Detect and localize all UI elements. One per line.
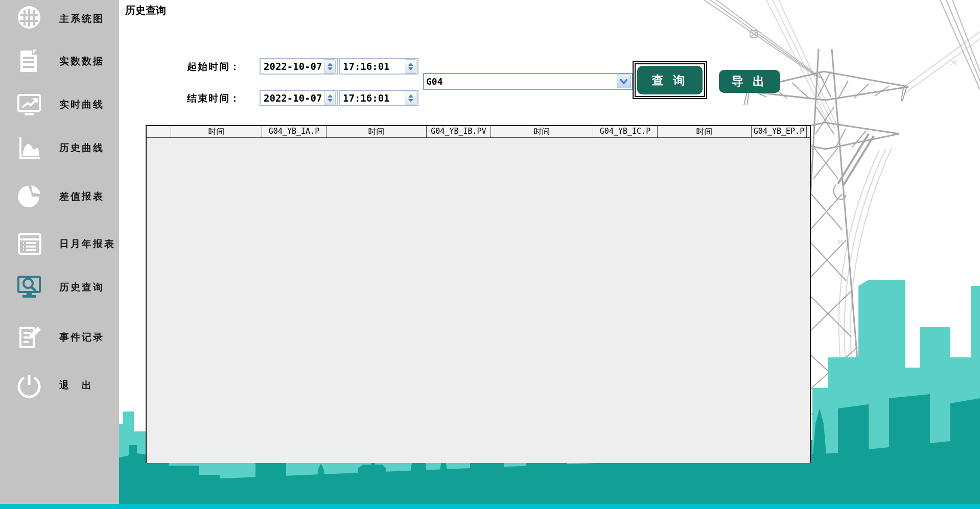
sidebar-item-label: 差值报表 bbox=[59, 190, 104, 203]
sidebar-item-label: 历史查询 bbox=[59, 281, 104, 294]
sidebar-item-label: 事件记录 bbox=[59, 331, 104, 344]
sidebar-item-history-curve[interactable]: 历史曲线 bbox=[0, 131, 119, 165]
column-header-time[interactable]: 时间 bbox=[326, 126, 427, 138]
sidebar-item-label: 主系统图 bbox=[59, 12, 104, 26]
end-time-spinner[interactable] bbox=[405, 91, 416, 105]
column-header-time[interactable]: 时间 bbox=[658, 126, 752, 138]
main-content: 历史查询 起始时间： 结束时间： 2022-10-07 17:16:01 202… bbox=[119, 0, 980, 509]
page-title: 历史查询 bbox=[125, 4, 166, 17]
sidebar-item-power[interactable]: 退 出 bbox=[0, 369, 119, 402]
sidebar-item-label: 退 出 bbox=[59, 379, 93, 392]
spin-up-icon[interactable] bbox=[328, 63, 333, 66]
start-date-field[interactable]: 2022-10-07 bbox=[260, 58, 338, 75]
spin-up-icon[interactable] bbox=[328, 94, 333, 98]
column-header-tag[interactable]: G04_YB_IA.P bbox=[262, 126, 326, 138]
sidebar: 主系统图实数数据实时曲线历史曲线差值报表日月年报表历史查询事件记录退 出 bbox=[0, 0, 119, 504]
history-query-icon bbox=[13, 272, 45, 303]
start-date-value[interactable]: 2022-10-07 bbox=[261, 61, 324, 72]
sidebar-item-realtime-data[interactable]: 实数数据 bbox=[0, 44, 119, 78]
sidebar-item-difference-report[interactable]: 差值报表 bbox=[0, 180, 119, 213]
column-header-time[interactable]: 时间 bbox=[171, 126, 262, 138]
history-curve-icon bbox=[13, 132, 45, 164]
start-date-spinner[interactable] bbox=[324, 59, 336, 74]
sidebar-item-label: 历史曲线 bbox=[59, 141, 104, 155]
spin-down-icon[interactable] bbox=[408, 67, 413, 70]
column-header-tag[interactable]: G04_YB_IC.P bbox=[593, 126, 658, 138]
column-header-index[interactable] bbox=[147, 126, 171, 138]
column-header-tag[interactable]: G04_YB_IB.PV bbox=[427, 126, 491, 138]
end-date-spinner[interactable] bbox=[324, 91, 336, 105]
column-header-time[interactable]: 时间 bbox=[491, 126, 593, 138]
spin-up-icon[interactable] bbox=[408, 63, 413, 66]
dropdown-button[interactable] bbox=[617, 75, 631, 88]
spin-down-icon[interactable] bbox=[328, 67, 333, 70]
query-button-focus-frame: 查 询 bbox=[633, 61, 707, 99]
spin-down-icon[interactable] bbox=[408, 99, 413, 102]
chevron-down-icon bbox=[620, 79, 627, 84]
sidebar-item-history-query[interactable]: 历史查询 bbox=[0, 271, 119, 304]
table-body[interactable] bbox=[147, 138, 810, 463]
event-log-icon bbox=[13, 322, 45, 353]
history-results-table: 时间G04_YB_IA.P时间G04_YB_IB.PV时间G04_YB_IC.P… bbox=[146, 125, 811, 463]
start-time-field[interactable]: 17:16:01 bbox=[339, 58, 418, 75]
realtime-data-icon bbox=[13, 45, 45, 77]
realtime-curve-icon bbox=[13, 89, 45, 120]
sidebar-item-realtime-curve[interactable]: 实时曲线 bbox=[0, 88, 119, 122]
power-icon bbox=[13, 370, 45, 401]
end-time-value[interactable]: 17:16:01 bbox=[340, 92, 405, 104]
tag-group-selected: G04 bbox=[424, 76, 617, 87]
sidebar-item-label: 实数数据 bbox=[59, 55, 104, 68]
end-time-field[interactable]: 17:16:01 bbox=[339, 90, 418, 106]
sidebar-item-label: 日月年报表 bbox=[59, 237, 115, 251]
difference-report-icon bbox=[13, 181, 45, 212]
start-time-spinner[interactable] bbox=[405, 59, 416, 74]
query-button[interactable]: 查 询 bbox=[637, 66, 703, 94]
main-diagram-icon bbox=[13, 3, 45, 35]
table-header-row: 时间G04_YB_IA.P时间G04_YB_IB.PV时间G04_YB_IC.P… bbox=[147, 126, 810, 138]
spin-up-icon[interactable] bbox=[408, 94, 413, 98]
sidebar-item-label: 实时曲线 bbox=[59, 98, 104, 111]
end-date-value[interactable]: 2022-10-07 bbox=[261, 92, 324, 104]
end-date-field[interactable]: 2022-10-07 bbox=[260, 90, 338, 106]
tag-group-dropdown[interactable]: G04 bbox=[423, 73, 633, 90]
sidebar-item-periodic-report[interactable]: 日月年报表 bbox=[0, 227, 119, 261]
start-time-value[interactable]: 17:16:01 bbox=[340, 61, 405, 72]
sidebar-item-event-log[interactable]: 事件记录 bbox=[0, 321, 119, 354]
spin-down-icon[interactable] bbox=[328, 99, 333, 102]
end-time-label: 结束时间： bbox=[187, 92, 241, 105]
sidebar-item-main-diagram[interactable]: 主系统图 bbox=[0, 2, 119, 36]
export-button[interactable]: 导 出 bbox=[719, 70, 780, 93]
start-time-label: 起始时间： bbox=[187, 60, 241, 74]
column-header-filler bbox=[807, 126, 810, 138]
periodic-report-icon bbox=[13, 228, 45, 260]
column-header-tag[interactable]: G04_YB_EP.P bbox=[752, 126, 807, 138]
bottom-accent-bar bbox=[0, 504, 980, 509]
